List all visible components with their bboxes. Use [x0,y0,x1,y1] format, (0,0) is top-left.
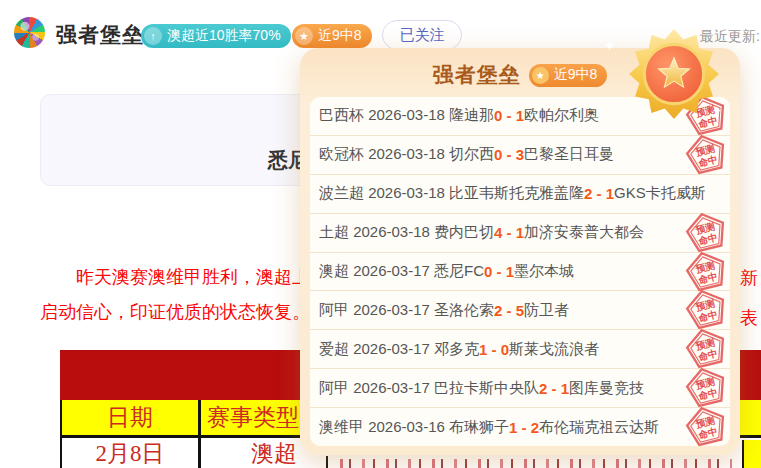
page: 强者堡垒 ↑ 澳超近10胜率70% ★ 近9中8 已关注 最近更新: 悉尼 昨天… [0,0,761,468]
match-row[interactable]: 土超 2026-03-18 费内巴切4 - 1加济安泰普大都会 [310,214,730,253]
popup-title: 强者堡垒 [433,61,521,89]
match-row[interactable]: 阿甲 2026-03-17 巴拉卡斯中央队2 - 1图库曼竞技 [310,369,730,408]
analysis-text-line2: 启动信心，印证优质的状态恢复。 [40,300,310,324]
match-teams: 阿甲 2026-03-17 圣洛伦索 [319,301,494,320]
prediction-hit-stamp-icon [685,289,728,332]
match-score: 1 - 2 [509,419,539,436]
table-column-border [326,456,328,468]
star-icon: ★ [532,67,549,84]
table-header-date: 日期 [62,400,201,435]
match-row[interactable]: 澳超 2026-03-17 悉尼FC0 - 1墨尔本城 [310,253,730,292]
match-teams: 墨尔本城 [514,262,574,281]
sparkle-icon: ✦ [712,104,722,118]
match-teams: 加济安泰普大都会 [524,223,644,242]
star-icon: ★ [295,27,313,45]
avatar[interactable] [14,17,45,48]
match-row[interactable]: 欧冠杯 2026-03-18 切尔西0 - 3巴黎圣日耳曼 [310,136,730,175]
page-title: 强者堡垒 [56,21,144,49]
prediction-hit-stamp-icon [685,328,728,371]
prediction-hit-stamp-icon [685,367,728,410]
match-score: 1 - 0 [479,341,509,358]
match-score: 2 - 1 [539,380,569,397]
prediction-hit-stamp-icon [685,406,728,446]
popup-streak-label: 近9中8 [554,66,598,84]
match-teams: 布伦瑞克祖云达斯 [539,418,659,437]
match-teams: GKS卡托威斯 [614,184,706,203]
match-teams: 斯莱戈流浪者 [509,340,599,359]
match-score: 2 - 1 [584,185,614,202]
gold-medal-icon [628,28,720,120]
match-teams: 阿甲 2026-03-17 巴拉卡斯中央队 [319,379,539,398]
win-rate-badge: ↑ 澳超近10胜率70% [141,24,291,48]
match-row[interactable]: 澳维甲 2026-03-16 布琳狮子1 - 2布伦瑞克祖云达斯 [310,408,730,446]
match-row[interactable]: 爱超 2026-03-17 邓多克1 - 0斯莱戈流浪者 [310,330,730,369]
match-score: 4 - 1 [494,224,524,241]
match-teams: 波兰超 2026-03-18 比亚韦斯托克雅盖隆 [319,184,584,203]
popup-streak-badge: ★ 近9中8 [529,64,608,87]
match-teams: 防卫者 [524,301,569,320]
match-row[interactable]: 波兰超 2026-03-18 比亚韦斯托克雅盖隆2 - 1GKS卡托威斯 [310,175,730,214]
match-score: 0 - 1 [494,107,524,124]
match-teams: 欧冠杯 2026-03-18 切尔西 [319,145,494,164]
streak-badge-label: 近9中8 [318,27,362,45]
prediction-hit-stamp-icon [685,133,728,176]
match-teams: 图库曼竞技 [569,379,644,398]
match-teams: 澳维甲 2026-03-16 布琳狮子 [319,418,509,437]
win-rate-badge-label: 澳超近10胜率70% [167,27,281,45]
match-teams: 巴西杯 2026-03-18 隆迪那 [319,106,494,125]
match-teams: 澳超 2026-03-17 悉尼FC [319,262,484,281]
analysis-text-line1: 昨天澳赛澳维甲胜利，澳超上 [76,265,310,289]
match-score: 2 - 5 [494,302,524,319]
match-row[interactable]: 阿甲 2026-03-17 圣洛伦索2 - 5防卫者 [310,291,730,330]
clipped-table-text [340,459,732,468]
sparkle-icon: ✦ [603,36,616,55]
match-teams: 爱超 2026-03-17 邓多克 [319,340,479,359]
streak-badge: ★ 近9中8 [292,24,372,48]
analysis-text-line1-end: 新 [740,266,758,290]
match-teams: 土超 2026-03-18 费内巴切 [319,223,494,242]
table-cell-date: 2月8日 [62,438,201,468]
table-yellow-cell [742,440,761,468]
prediction-hit-stamp-icon [685,211,728,254]
match-score: 0 - 1 [484,263,514,280]
followed-button[interactable]: 已关注 [382,20,462,50]
sparkle-icon: ✦ [623,108,630,117]
analysis-text-line2-end: 表 [740,306,758,330]
match-teams: 巴黎圣日耳曼 [524,145,614,164]
match-list: 巴西杯 2026-03-18 隆迪那0 - 1欧帕尔利奥 欧冠杯 2026-03… [310,97,730,446]
up-arrow-icon: ↑ [144,27,162,45]
prediction-hit-stamp-icon [685,250,728,293]
match-teams: 欧帕尔利奥 [524,106,599,125]
match-score: 0 - 3 [494,146,524,163]
